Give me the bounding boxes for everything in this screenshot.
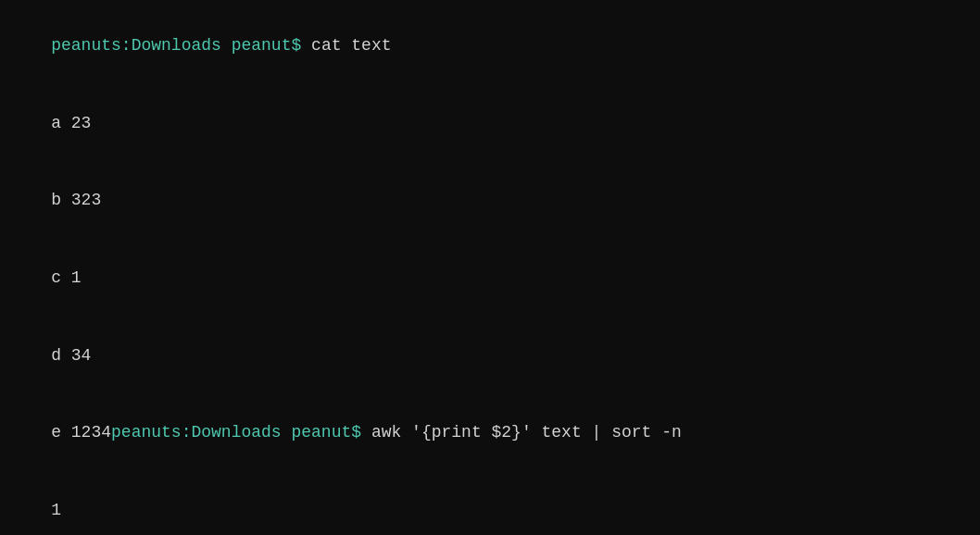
command-2: awk '{print $2}' text | sort -n <box>371 423 682 442</box>
output-e-inline: e 1234 <box>51 423 111 442</box>
line-2: a 23 <box>11 85 969 163</box>
line-1: peanuts:Downloads peanut$ cat text <box>11 7 969 85</box>
output-3: c 1 <box>51 268 81 287</box>
output-1: a 23 <box>51 114 91 132</box>
output-2: b 323 <box>51 191 101 209</box>
line-5: d 34 <box>11 317 969 395</box>
line-4: c 1 <box>11 240 969 317</box>
line-3: b 323 <box>11 162 969 240</box>
terminal-window: peanuts:Downloads peanut$ cat text a 23 … <box>11 7 969 535</box>
output-5: 1 <box>51 501 61 519</box>
line-7: 1 <box>11 472 969 535</box>
prompt-1: peanuts:Downloads peanut$ <box>51 36 311 55</box>
line-6: e 1234peanuts:Downloads peanut$ awk '{pr… <box>11 394 969 472</box>
prompt-2: peanuts:Downloads peanut$ <box>111 423 371 442</box>
command-1: cat text <box>311 36 391 55</box>
output-4: d 34 <box>51 346 91 365</box>
